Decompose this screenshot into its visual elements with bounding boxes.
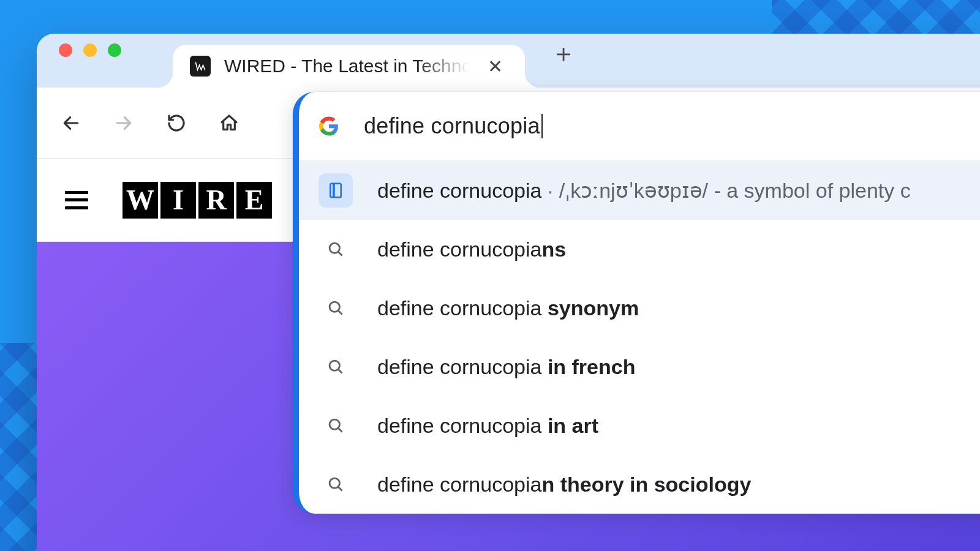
svg-rect-1 <box>333 184 335 198</box>
title-bar: WIRED - The Latest in Techno ✕ ＋ <box>37 34 980 88</box>
svg-rect-0 <box>330 184 341 198</box>
close-window-button[interactable] <box>59 43 72 57</box>
window-controls <box>59 34 121 88</box>
suggestions-list: define cornucopia · /ˌkɔːnjʊˈkəʊpɪə/ - a… <box>299 160 980 514</box>
minimize-window-button[interactable] <box>83 43 97 57</box>
logo-letter: R <box>198 182 234 219</box>
suggestion-item[interactable]: define cornucopians <box>299 220 980 279</box>
close-tab-button[interactable]: ✕ <box>483 53 508 80</box>
arrow-left-icon <box>61 113 81 133</box>
search-icon <box>318 291 353 325</box>
text-cursor <box>541 114 543 138</box>
suggestion-item[interactable]: define cornucopia in art <box>299 396 980 455</box>
google-icon <box>318 116 339 137</box>
new-tab-button[interactable]: ＋ <box>551 34 576 88</box>
logo-letter: I <box>160 182 196 219</box>
tab-title: WIRED - The Latest in Techno <box>224 56 469 77</box>
browser-window: WIRED - The Latest in Techno ✕ ＋ W I R <box>37 34 980 551</box>
back-button[interactable] <box>58 110 85 137</box>
logo-letter: W <box>123 182 158 219</box>
suggestion-text: define cornucopia · /ˌkɔːnjʊˈkəʊpɪə/ - a… <box>377 178 911 203</box>
forward-button[interactable] <box>110 110 137 137</box>
svg-point-2 <box>330 243 339 253</box>
search-icon <box>318 408 353 443</box>
home-icon <box>219 113 239 133</box>
suggestion-item[interactable]: define cornucopian theory in sociology <box>299 455 980 514</box>
address-bar[interactable]: define cornucopia <box>299 92 980 160</box>
suggestion-item[interactable]: define cornucopia · /ˌkɔːnjʊˈkəʊpɪə/ - a… <box>299 161 980 220</box>
svg-point-6 <box>330 478 339 488</box>
svg-point-3 <box>330 302 339 312</box>
menu-button[interactable] <box>65 191 88 209</box>
svg-point-5 <box>330 419 339 429</box>
svg-point-4 <box>330 361 339 370</box>
reload-icon <box>167 113 186 133</box>
arrow-right-icon <box>114 113 134 133</box>
search-icon <box>318 350 353 384</box>
suggestion-text: define cornucopia in art <box>377 414 598 438</box>
suggestion-item[interactable]: define cornucopia synonym <box>299 279 980 337</box>
maximize-window-button[interactable] <box>108 43 121 57</box>
suggestion-text: define cornucopians <box>377 238 566 261</box>
reload-button[interactable] <box>163 110 190 137</box>
logo-letter: E <box>236 182 272 219</box>
suggestion-text: define cornucopia in french <box>377 355 635 379</box>
search-icon <box>318 467 353 501</box>
browser-tab[interactable]: WIRED - The Latest in Techno ✕ <box>173 45 525 88</box>
suggestion-text: define cornucopia synonym <box>377 296 639 320</box>
omnibox-dropdown: define cornucopia define cornucopia · /ˌ… <box>293 92 980 514</box>
home-button[interactable] <box>216 110 243 137</box>
suggestion-item[interactable]: define cornucopia in french <box>299 337 980 396</box>
search-icon <box>318 232 353 266</box>
suggestion-text: define cornucopian theory in sociology <box>377 473 751 497</box>
tab-favicon <box>190 56 211 77</box>
address-bar-text: define cornucopia <box>364 113 543 139</box>
site-logo[interactable]: W I R E <box>123 182 274 219</box>
dictionary-icon <box>318 173 353 208</box>
